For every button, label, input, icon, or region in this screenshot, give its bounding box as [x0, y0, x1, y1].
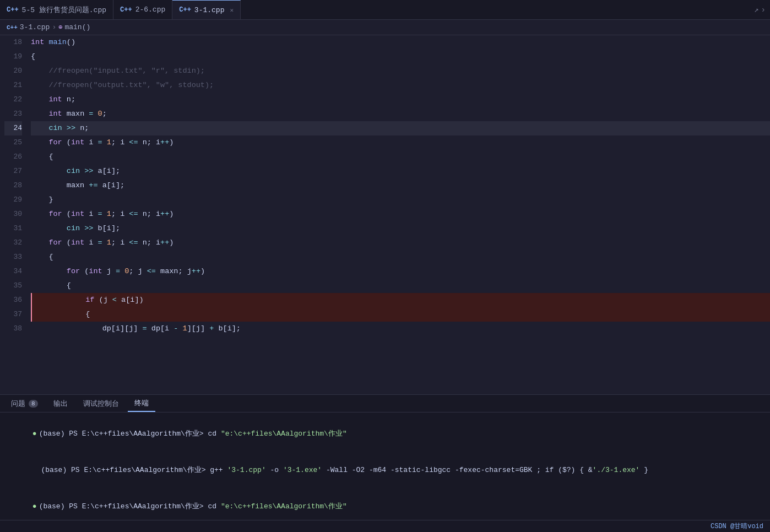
code-line-33[interactable]: { [31, 250, 770, 264]
close-icon[interactable]: ✕ [230, 7, 234, 14]
tab-bar: C++ 5-5 旅行售货员问题.cpp C++ 2-6.cpp C++ 3-1.… [0, 0, 770, 20]
code-line-24[interactable]: cin >> n; [31, 121, 770, 135]
code-line-21[interactable]: //freopen("output.txt", "w", stdout); [31, 78, 770, 93]
code-line-25[interactable]: for (int i = 1; i <= n; i++) [31, 135, 770, 150]
code-line-38[interactable]: dp[i][j] = dp[i - 1][j] + b[i]; [31, 322, 770, 336]
issues-badge: 8 [29, 400, 38, 408]
green-dot-2: ● [32, 501, 37, 513]
tab-2-6[interactable]: C++ 2-6.cpp [113, 0, 172, 19]
cpp-icon-5-5: C++ [7, 6, 19, 14]
ln-22: 22 [4, 93, 22, 107]
terminal-content[interactable]: ●(base) PS E:\c++files\AAalgorithm\作业> c… [0, 412, 770, 520]
terminal-line-1: ●(base) PS E:\c++files\AAalgorithm\作业> c… [7, 416, 763, 452]
code-line-34[interactable]: for (int j = 0; j <= maxn; j++) [31, 264, 770, 279]
ln-28: 28 [4, 178, 22, 193]
ln-33: 33 [4, 250, 22, 264]
ln-21: 21 [4, 78, 22, 93]
code-container[interactable]: 18 19 20 21 22 23 24 25 26 27 28 29 30 3… [0, 35, 770, 394]
green-dot-1: ● [32, 428, 37, 440]
code-line-26[interactable]: { [31, 150, 770, 164]
more-icon[interactable]: › [761, 6, 766, 14]
code-line-20[interactable]: //freopen("input.txt", "r", stdin); [31, 64, 770, 78]
bottom-panel: 问题 8 输出 调试控制台 终端 ●(base) PS E:\c++files\… [0, 394, 770, 532]
code-line-28[interactable]: maxn += a[i]; [31, 178, 770, 193]
panel-tabs: 问题 8 输出 调试控制台 终端 [0, 395, 770, 412]
panel-tab-output[interactable]: 输出 [47, 395, 74, 412]
tab-5-5-label: 5-5 旅行售货员问题.cpp [22, 5, 106, 15]
panel-tab-issues[interactable]: 问题 8 [4, 395, 45, 412]
ln-37: 37 [4, 307, 22, 322]
toolbar-right: ↗ › [754, 5, 770, 14]
code-line-32[interactable]: for (int i = 1; i <= n; i++) [31, 236, 770, 250]
breadcrumb: C++ 3-1.cpp › ⊕ main() [0, 20, 770, 35]
code-line-36[interactable]: if (j < a[i]) [31, 293, 770, 307]
ln-20: 20 [4, 64, 22, 78]
ln-32: 32 [4, 236, 22, 250]
ln-27: 27 [4, 164, 22, 178]
editor-area: 18 19 20 21 22 23 24 25 26 27 28 29 30 3… [0, 35, 770, 394]
panel-tab-output-label: 输出 [53, 399, 68, 409]
breadcrumb-func[interactable]: main() [64, 23, 90, 31]
ln-25: 25 [4, 135, 22, 150]
ln-23: 23 [4, 107, 22, 121]
panel-tab-debug[interactable]: 调试控制台 [77, 395, 126, 412]
tab-3-1-label: 3-1.cpp [194, 6, 225, 14]
breadcrumb-file[interactable]: 3-1.cpp [20, 23, 50, 31]
panel-tab-issues-label: 问题 [11, 399, 25, 409]
ln-19: 19 [4, 50, 22, 64]
cpp-icon-2-6: C++ [120, 6, 132, 14]
tab-5-5[interactable]: C++ 5-5 旅行售货员问题.cpp [0, 0, 113, 19]
ln-35: 35 [4, 279, 22, 293]
code-line-37[interactable]: { [31, 307, 770, 322]
status-bar: CSDN @甘晴void [0, 520, 770, 532]
breadcrumb-sep: › [52, 23, 56, 31]
code-line-22[interactable]: int n; [31, 93, 770, 107]
code-line-23[interactable]: int maxn = 0; [31, 107, 770, 121]
code-line-30[interactable]: for (int i = 1; i <= n; i++) [31, 207, 770, 221]
code-lines[interactable]: int main() { //freopen("input.txt", "r",… [26, 35, 770, 394]
ln-34: 34 [4, 264, 22, 279]
ln-30: 30 [4, 207, 22, 221]
ln-18: 18 [4, 35, 22, 50]
ln-24: 24 [4, 121, 22, 135]
code-line-18[interactable]: int main() [31, 35, 770, 50]
code-line-35[interactable]: { [31, 279, 770, 293]
ln-36: 36 [4, 293, 22, 307]
code-line-29[interactable]: } [31, 193, 770, 207]
status-bar-text: CSDN @甘晴void [711, 522, 763, 531]
terminal-line-3: ●(base) PS E:\c++files\AAalgorithm\作业> c… [7, 488, 763, 520]
panel-tab-terminal-label: 终端 [134, 398, 149, 408]
tab-2-6-label: 2-6.cpp [135, 6, 166, 14]
code-line-27[interactable]: cin >> a[i]; [31, 164, 770, 178]
ln-29: 29 [4, 193, 22, 207]
panel-tab-debug-label: 调试控制台 [83, 399, 119, 409]
ln-26: 26 [4, 150, 22, 164]
code-line-19[interactable]: { [31, 50, 770, 64]
breadcrumb-func-icon: ⊕ [58, 23, 62, 31]
tab-3-1[interactable]: C++ 3-1.cpp ✕ [172, 0, 241, 19]
terminal-line-2: (base) PS E:\c++files\AAalgorithm\作业> g+… [7, 452, 763, 488]
split-icon[interactable]: ↗ [754, 5, 758, 14]
line-numbers: 18 19 20 21 22 23 24 25 26 27 28 29 30 3… [0, 35, 26, 394]
cpp-icon-3-1: C++ [179, 6, 191, 14]
breadcrumb-cpp-icon: C++ [7, 24, 18, 31]
ln-31: 31 [4, 221, 22, 236]
code-line-31[interactable]: cin >> b[i]; [31, 221, 770, 236]
panel-tab-terminal[interactable]: 终端 [128, 395, 155, 412]
ln-38: 38 [4, 322, 22, 336]
